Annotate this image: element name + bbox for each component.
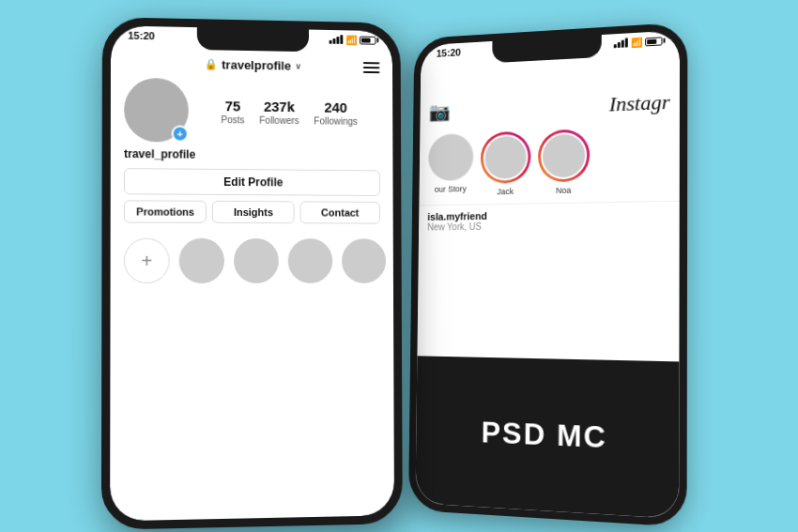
- highlight-4-avatar: [342, 238, 386, 283]
- add-highlight-circle: +: [124, 238, 170, 283]
- hamburger-line-3: [363, 70, 380, 72]
- promotions-button[interactable]: Promotions: [124, 200, 207, 223]
- back-bottom-section: PSD MC: [415, 356, 679, 519]
- highlight-2-avatar: [234, 238, 279, 283]
- highlight-3-avatar: [288, 238, 333, 283]
- action-buttons-row: Promotions Insights Contact: [124, 200, 380, 223]
- back-noa-label: Noa: [556, 186, 571, 195]
- back-jack-avatar: [483, 134, 529, 181]
- front-signal-icon: [330, 35, 344, 44]
- hamburger-menu-button[interactable]: [363, 62, 380, 73]
- highlight-2[interactable]: [234, 238, 279, 283]
- avatar-wrapper: +: [124, 78, 189, 143]
- followers-label: Followers: [259, 114, 299, 125]
- front-time: 15:20: [128, 30, 154, 42]
- front-header: 🔒 travelprofile ∨: [111, 52, 392, 78]
- back-your-story-avatar: [428, 133, 474, 182]
- highlight-1-avatar: [179, 238, 224, 283]
- chevron-down-icon: ∨: [295, 61, 301, 70]
- back-story-your[interactable]: our Story: [428, 133, 474, 198]
- edit-profile-button[interactable]: Edit Profile: [124, 168, 380, 196]
- posts-label: Posts: [221, 114, 244, 125]
- front-phone-screen: 15:20 📶 🔒 travelp: [110, 25, 394, 521]
- add-highlight-button[interactable]: +: [124, 238, 170, 283]
- posts-count: 75: [225, 98, 241, 114]
- stats-row: 75 Posts 237k Followers 240 Followings: [198, 97, 380, 126]
- highlight-1[interactable]: [179, 238, 224, 283]
- front-status-right: 📶: [330, 34, 376, 45]
- profile-top-row: + 75 Posts 237k Followers 240: [124, 78, 380, 144]
- highlight-4[interactable]: [342, 238, 386, 283]
- back-insta-logo: Instagr: [609, 90, 670, 117]
- stat-followers: 237k Followers: [259, 98, 299, 125]
- stat-following: 240 Followings: [314, 99, 357, 126]
- front-phone: 15:20 📶 🔒 travelp: [101, 17, 403, 530]
- front-username: travelprofile: [222, 57, 291, 72]
- back-camera-icon[interactable]: 📷: [429, 100, 451, 123]
- hamburger-line-2: [363, 67, 380, 68]
- back-battery-icon: [645, 37, 662, 46]
- add-photo-badge[interactable]: +: [172, 125, 189, 142]
- back-dm-location: New York, US: [427, 219, 669, 232]
- back-phone-screen: 15:20 📶 📷 Instagr: [415, 30, 680, 519]
- back-jack-ring: [481, 131, 531, 184]
- back-story-jack[interactable]: Jack: [481, 131, 531, 197]
- followers-count: 237k: [264, 98, 295, 114]
- contact-button[interactable]: Contact: [299, 201, 380, 223]
- front-battery-icon: [360, 36, 376, 44]
- back-phone: 15:20 📶 📷 Instagr: [408, 23, 687, 527]
- back-wifi-icon: 📶: [631, 37, 642, 48]
- back-signal-icon: [614, 38, 628, 48]
- hamburger-line-1: [363, 62, 380, 64]
- back-stories-row: our Story Jack Noa: [419, 118, 680, 205]
- scene: 15:20 📶 📷 Instagr: [0, 0, 798, 532]
- back-jack-label: Jack: [497, 187, 514, 196]
- back-psd-text: PSD MC: [481, 415, 607, 455]
- back-your-story-label: our Story: [435, 184, 467, 193]
- insights-button[interactable]: Insights: [212, 201, 294, 223]
- following-label: Followings: [314, 115, 357, 126]
- back-noa-ring: [538, 129, 590, 182]
- back-dm-info: isla.myfriend New York, US: [419, 201, 680, 238]
- front-wifi-icon: 📶: [345, 35, 357, 45]
- stat-posts: 75 Posts: [221, 98, 244, 125]
- following-count: 240: [324, 99, 347, 115]
- highlights-row: +: [111, 231, 393, 292]
- back-noa-avatar: [541, 131, 587, 179]
- back-time: 15:20: [437, 47, 461, 59]
- back-story-noa[interactable]: Noa: [538, 129, 591, 195]
- profile-username: travel_profile: [124, 147, 380, 163]
- back-status-right: 📶: [614, 36, 663, 49]
- highlight-3[interactable]: [288, 238, 333, 283]
- profile-section: + 75 Posts 237k Followers 240: [111, 73, 393, 231]
- lock-icon: 🔒: [205, 58, 218, 70]
- front-profile-title[interactable]: 🔒 travelprofile ∨: [205, 57, 301, 73]
